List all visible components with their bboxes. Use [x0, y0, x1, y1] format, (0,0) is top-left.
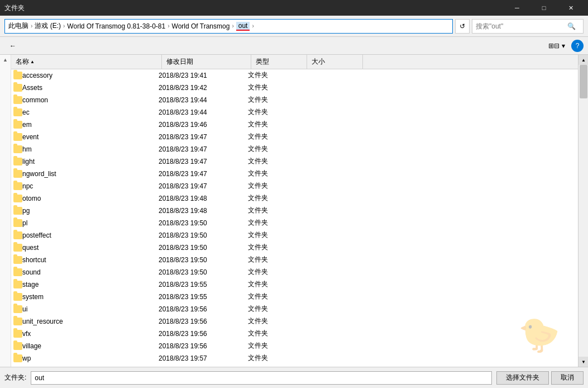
table-row[interactable]: village 2018/8/23 19:56 文件夹 — [11, 340, 578, 352]
table-row[interactable]: ngword_list 2018/8/23 19:47 文件夹 — [11, 168, 578, 180]
table-row[interactable]: posteffect 2018/8/23 19:50 文件夹 — [11, 229, 578, 242]
file-date: 2018/8/23 19:47 — [159, 182, 248, 190]
file-date: 2018/8/23 19:48 — [159, 207, 248, 215]
file-date: 2018/8/23 19:56 — [159, 305, 248, 313]
toolbar-left: ← — [4, 39, 21, 53]
table-row[interactable]: npc 2018/8/23 19:47 文件夹 — [11, 180, 578, 192]
file-name: accessory — [22, 72, 159, 79]
folder-icon — [13, 219, 22, 227]
search-icon: 🔍 — [567, 22, 576, 30]
view-toggle-button[interactable]: ⊞⊟ ▾ — [543, 39, 570, 53]
scrollbar[interactable]: ▲ ▼ — [578, 55, 588, 367]
table-row[interactable]: pg 2018/8/23 19:48 文件夹 — [11, 205, 578, 217]
folder-icon — [13, 182, 22, 190]
file-name: pg — [22, 207, 159, 215]
table-row[interactable]: accessory 2018/8/23 19:41 文件夹 — [11, 69, 578, 82]
table-row[interactable]: otomo 2018/8/23 19:48 文件夹 — [11, 192, 578, 205]
col-header-date[interactable]: 修改日期 — [162, 55, 251, 69]
file-name: hm — [22, 145, 159, 153]
folder-icon — [13, 293, 22, 301]
minimize-button[interactable]: ─ — [504, 0, 530, 16]
expand-arrow[interactable]: ▲ — [3, 57, 8, 63]
folder-icon — [13, 133, 22, 141]
breadcrumb-folder1[interactable]: World Of Transmog 0.81-38-0-81 — [67, 22, 165, 30]
toolbar: ← ⊞⊟ ▾ ? — [0, 37, 588, 55]
folder-icon — [13, 318, 22, 325]
table-row[interactable]: pl 2018/8/23 19:50 文件夹 — [11, 217, 578, 229]
file-date: 2018/8/23 19:50 — [159, 219, 248, 227]
search-input[interactable] — [476, 22, 565, 30]
back-button[interactable]: ← — [4, 39, 21, 53]
file-name: system — [22, 293, 159, 301]
main-container: ▲ 名称 ▲ 修改日期 类型 大小 accessory 2018/8/23 19… — [0, 55, 588, 367]
table-row[interactable]: wp 2018/8/23 19:57 文件夹 — [11, 352, 578, 365]
file-name: npc — [22, 182, 159, 190]
scroll-up-button[interactable]: ▲ — [579, 55, 588, 65]
table-row[interactable]: light 2018/8/23 19:47 文件夹 — [11, 155, 578, 168]
scroll-track[interactable] — [579, 65, 588, 357]
table-row[interactable]: vfx 2018/8/23 19:56 文件夹 — [11, 328, 578, 340]
file-date: 2018/8/23 19:42 — [159, 84, 248, 92]
breadcrumb-pc[interactable]: 此电脑 — [8, 21, 28, 31]
file-name: em — [22, 121, 159, 129]
file-type: 文件夹 — [248, 353, 304, 363]
table-row[interactable]: event 2018/8/23 19:47 文件夹 — [11, 131, 578, 143]
table-row[interactable]: hm 2018/8/23 19:47 文件夹 — [11, 143, 578, 155]
view-grid-icon: ⊞⊟ — [548, 42, 560, 50]
table-row[interactable]: shortcut 2018/8/23 19:50 文件夹 — [11, 254, 578, 266]
col-header-size[interactable]: 大小 — [307, 55, 363, 69]
file-date: 2018/8/23 19:47 — [159, 158, 248, 165]
status-input[interactable] — [31, 371, 492, 385]
breadcrumb-folder2[interactable]: World Of Transmog — [172, 22, 230, 30]
folder-icon — [13, 244, 22, 252]
refresh-button[interactable]: ↺ — [455, 19, 470, 34]
table-row[interactable]: system 2018/8/23 19:55 文件夹 — [11, 291, 578, 303]
breadcrumb[interactable]: 此电脑 › 游戏 (E:) › World Of Transmog 0.81-3… — [4, 19, 453, 34]
folder-icon — [13, 330, 22, 338]
status-label: 文件夹: — [4, 373, 26, 382]
scroll-thumb[interactable] — [580, 65, 587, 98]
folder-icon — [13, 354, 22, 362]
select-folder-button[interactable]: 选择文件夹 — [496, 371, 549, 385]
breadcrumb-current[interactable]: out — [236, 22, 250, 31]
table-row[interactable]: stage 2018/8/23 19:55 文件夹 — [11, 278, 578, 291]
file-date: 2018/8/23 19:47 — [159, 170, 248, 178]
cancel-button[interactable]: 取消 — [551, 371, 584, 385]
col-header-type[interactable]: 类型 — [251, 55, 307, 69]
file-type: 文件夹 — [248, 230, 304, 240]
file-type: 文件夹 — [248, 144, 304, 154]
folder-icon — [13, 84, 22, 92]
breadcrumb-drive[interactable]: 游戏 (E:) — [35, 21, 61, 31]
maximize-button[interactable]: □ — [531, 0, 557, 16]
file-date: 2018/8/23 19:44 — [159, 108, 248, 116]
folder-icon — [13, 305, 22, 313]
file-type: 文件夹 — [248, 206, 304, 215]
table-row[interactable]: quest 2018/8/23 19:50 文件夹 — [11, 242, 578, 254]
col-header-name[interactable]: 名称 ▲ — [11, 55, 162, 69]
file-list[interactable]: 名称 ▲ 修改日期 类型 大小 accessory 2018/8/23 19:4… — [11, 55, 578, 367]
file-date: 2018/8/23 19:50 — [159, 256, 248, 264]
scroll-down-button[interactable]: ▼ — [579, 357, 588, 367]
file-name: ec — [22, 108, 159, 116]
table-row[interactable]: ui 2018/8/23 19:56 文件夹 — [11, 303, 578, 315]
table-row[interactable]: em 2018/8/23 19:46 文件夹 — [11, 119, 578, 131]
folder-icon — [13, 281, 22, 288]
file-name: village — [22, 342, 159, 350]
table-row[interactable]: sound 2018/8/23 19:50 文件夹 — [11, 266, 578, 278]
table-row[interactable]: ec 2018/8/23 19:44 文件夹 — [11, 106, 578, 119]
help-button[interactable]: ? — [571, 40, 584, 52]
table-row[interactable]: Assets 2018/8/23 19:42 文件夹 — [11, 82, 578, 94]
file-type: 文件夹 — [248, 83, 304, 92]
folder-icon — [13, 342, 22, 350]
table-row[interactable]: common 2018/8/23 19:44 文件夹 — [11, 94, 578, 106]
window-title: 文件夹 — [4, 3, 25, 13]
file-date: 2018/8/23 19:47 — [159, 145, 248, 153]
file-date: 2018/8/23 19:48 — [159, 195, 248, 202]
file-name: wp — [22, 354, 159, 362]
file-type: 文件夹 — [248, 292, 304, 301]
folder-icon — [13, 72, 22, 79]
close-button[interactable]: ✕ — [558, 0, 584, 16]
table-row[interactable]: unit_resource 2018/8/23 19:56 文件夹 — [11, 315, 578, 328]
file-date: 2018/8/23 19:47 — [159, 133, 248, 141]
title-bar: 文件夹 ─ □ ✕ — [0, 0, 588, 16]
